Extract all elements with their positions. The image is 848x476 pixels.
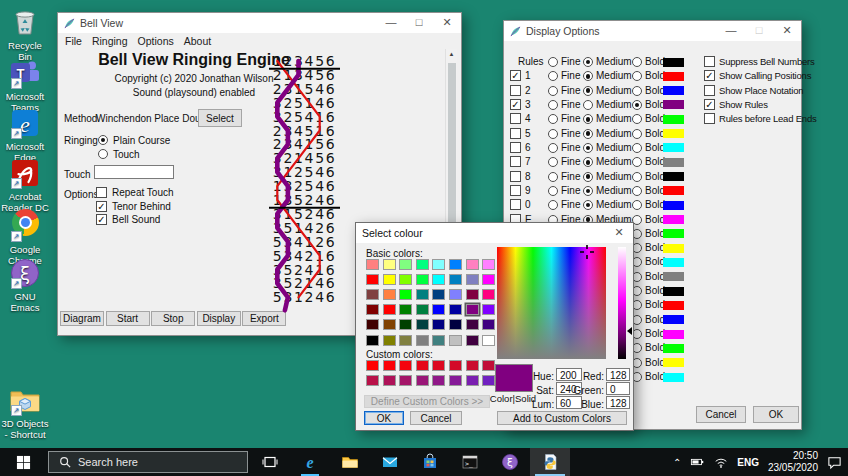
basic-color-swatch[interactable] [466, 335, 479, 346]
basic-color-swatch[interactable] [482, 335, 495, 346]
basic-color-swatch[interactable] [482, 304, 495, 315]
custom-color-swatch[interactable] [383, 375, 396, 386]
bell-color-swatch[interactable] [663, 129, 684, 138]
menu-item-options[interactable]: Options [133, 33, 179, 49]
bell-color-swatch[interactable] [663, 229, 684, 238]
basic-color-swatch[interactable] [399, 335, 412, 346]
custom-color-swatch[interactable] [449, 360, 462, 371]
bold-radio[interactable] [632, 186, 642, 196]
taskbar-icon-mail[interactable] [370, 448, 410, 476]
medium-radio[interactable] [583, 172, 593, 182]
custom-color-swatch[interactable] [399, 375, 412, 386]
custom-color-swatch[interactable] [416, 360, 429, 371]
medium-radio[interactable] [583, 57, 593, 67]
basic-color-swatch[interactable] [399, 304, 412, 315]
bold-radio[interactable] [632, 157, 642, 167]
basic-color-swatch[interactable] [482, 259, 495, 270]
fine-radio[interactable] [548, 172, 558, 182]
basic-color-swatch[interactable] [366, 319, 379, 330]
basic-color-swatch[interactable] [366, 304, 379, 315]
export-button[interactable]: Export [242, 311, 286, 326]
bell-color-swatch[interactable] [663, 215, 684, 224]
basic-color-swatch[interactable] [416, 259, 429, 270]
bold-radio[interactable] [632, 71, 642, 81]
custom-color-swatch[interactable] [432, 375, 445, 386]
bellview-close-button[interactable]: ✕ [433, 13, 461, 33]
touch-input[interactable] [94, 165, 174, 179]
add-to-custom-colors-button[interactable]: Add to Custom Colors [497, 411, 627, 425]
basic-color-swatch[interactable] [366, 289, 379, 300]
basic-color-swatch[interactable] [399, 319, 412, 330]
basic-color-swatch[interactable] [416, 319, 429, 330]
desktop-icon-objects3d[interactable]: ↗3D Objects - Shortcut [1, 383, 49, 440]
basic-color-swatch[interactable] [416, 289, 429, 300]
menu-item-about[interactable]: About [179, 33, 216, 49]
desktop-icon-acrobat[interactable]: ↗Acrobat Reader DC [1, 156, 49, 213]
bell-enable-checkbox[interactable]: ✓ [510, 99, 521, 110]
fine-radio[interactable] [548, 71, 558, 81]
bell-color-swatch[interactable] [663, 330, 684, 339]
battery-icon[interactable] [690, 455, 705, 469]
fine-radio[interactable] [548, 200, 558, 210]
bell-color-swatch[interactable] [663, 86, 684, 95]
option-checkbox-repeat-touch[interactable] [96, 187, 107, 198]
desktop-icon-edge[interactable]: e↗Microsoft Edge [1, 106, 49, 163]
luminance-bar[interactable] [618, 247, 626, 359]
display-options-minimize-button[interactable]: — [717, 21, 745, 41]
bell-color-swatch[interactable] [663, 58, 684, 67]
medium-radio[interactable] [583, 200, 593, 210]
tray-language[interactable]: ENG [737, 457, 759, 468]
medium-radio[interactable] [583, 129, 593, 139]
medium-radio[interactable] [583, 71, 593, 81]
custom-color-swatch[interactable] [366, 375, 379, 386]
bell-enable-checkbox[interactable] [510, 199, 521, 210]
select-colour-ok-button[interactable]: OK [364, 411, 404, 425]
bell-color-swatch[interactable] [663, 158, 684, 167]
medium-radio[interactable] [583, 114, 593, 124]
taskbar-icon-python[interactable] [530, 448, 570, 476]
custom-color-swatch[interactable] [432, 360, 445, 371]
basic-color-swatch[interactable] [432, 289, 445, 300]
diagram-button[interactable]: Diagram [60, 311, 104, 326]
custom-color-swatch[interactable] [466, 375, 479, 386]
action-center-icon[interactable] [827, 455, 842, 470]
hue-saturation-field[interactable] [497, 247, 606, 359]
medium-radio[interactable] [583, 143, 593, 153]
basic-color-swatch[interactable] [399, 259, 412, 270]
ringing-radio-plain-course[interactable] [98, 135, 108, 145]
basic-color-swatch[interactable] [449, 304, 462, 315]
custom-color-swatch[interactable] [466, 360, 479, 371]
bell-color-swatch[interactable] [663, 244, 684, 253]
custom-color-swatch[interactable] [416, 375, 429, 386]
blue-input[interactable]: 128 [606, 396, 630, 409]
basic-color-swatch[interactable] [383, 274, 396, 285]
bell-color-swatch[interactable] [663, 143, 684, 152]
medium-radio[interactable] [583, 157, 593, 167]
stop-button[interactable]: Stop [151, 311, 195, 326]
basic-color-swatch[interactable] [466, 274, 479, 285]
basic-color-swatch[interactable] [432, 274, 445, 285]
custom-color-swatch[interactable] [399, 360, 412, 371]
bell-color-swatch[interactable] [663, 301, 684, 310]
custom-color-swatch[interactable] [482, 360, 495, 371]
red-input[interactable]: 128 [606, 368, 630, 381]
display-options-maximize-button[interactable]: □ [745, 21, 773, 41]
fine-radio[interactable] [548, 86, 558, 96]
bell-color-swatch[interactable] [663, 115, 684, 124]
bell-color-swatch[interactable] [663, 272, 684, 281]
bell-color-swatch[interactable] [663, 100, 684, 109]
start-button[interactable] [0, 448, 46, 476]
bell-enable-checkbox[interactable]: ✓ [510, 70, 521, 81]
fine-radio[interactable] [548, 157, 558, 167]
basic-color-swatch[interactable] [482, 319, 495, 330]
tray-clock[interactable]: 20:50 23/05/2020 [768, 450, 818, 474]
bold-radio[interactable] [632, 100, 642, 110]
bell-color-swatch[interactable] [663, 258, 684, 267]
method-select-button[interactable]: Select [198, 109, 242, 127]
basic-color-swatch[interactable] [416, 304, 429, 315]
fine-radio[interactable] [548, 143, 558, 153]
basic-color-swatch[interactable] [432, 319, 445, 330]
basic-color-swatch[interactable] [383, 319, 396, 330]
start-button[interactable]: Start [106, 311, 150, 326]
taskbar-icon-edge[interactable]: e [290, 448, 330, 476]
